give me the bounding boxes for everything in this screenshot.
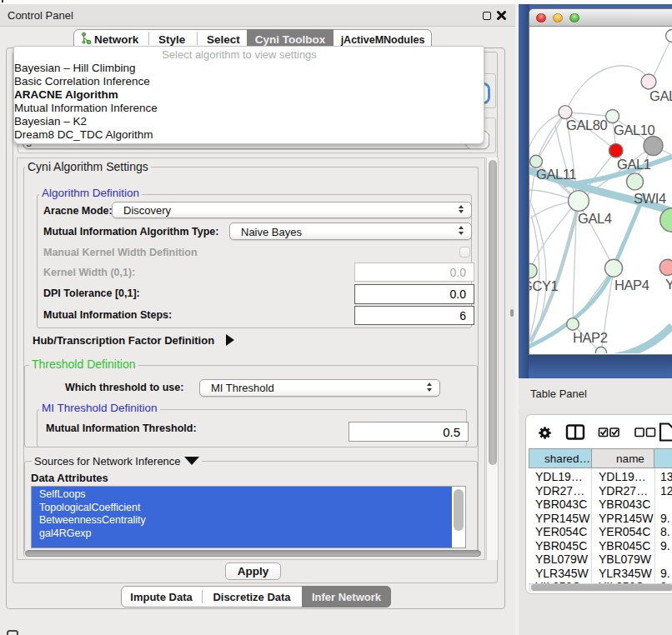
svg-text:GAL11: GAL11	[536, 167, 576, 182]
svg-text:GAL10: GAL10	[614, 122, 655, 138]
svg-text:GCY1: GCY1	[529, 278, 559, 293]
svg-text:GAL80: GAL80	[566, 118, 608, 132]
svg-text:GAL1: GAL1	[617, 157, 651, 172]
svg-text:HAP4: HAP4	[614, 278, 649, 292]
svg-text:SWI4: SWI4	[634, 191, 666, 206]
svg-text:GAL: GAL	[649, 88, 672, 103]
svg-text:Y: Y	[665, 277, 672, 292]
svg-text:HAP2: HAP2	[573, 330, 608, 345]
svg-text:GAL4: GAL4	[578, 211, 612, 226]
